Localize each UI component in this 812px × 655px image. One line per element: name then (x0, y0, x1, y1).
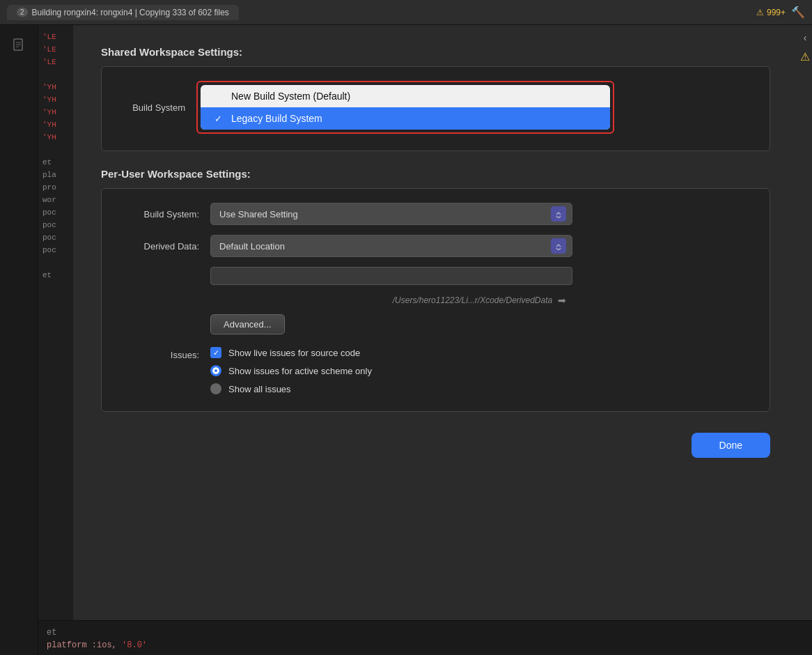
all-issues-option[interactable]: Show all issues (210, 383, 372, 394)
code-line: 'LE (42, 56, 69, 68)
dropdown-menu: New Build System (Default) ✓ Legacy Buil… (201, 85, 610, 130)
code-area: 'LE 'LE 'LE 'YH 'YH 'YH 'YH 'YH et pla p… (38, 25, 73, 655)
code-line: 'YH (42, 93, 69, 106)
hammer-icon: 🔨 (791, 6, 805, 19)
code-line: poc (42, 244, 69, 256)
build-tab[interactable]: 2 Building rongxin4: rongxin4 | Copying … (7, 5, 239, 20)
path-arrow-icon[interactable]: ➡ (558, 295, 566, 306)
code-line: 'YH (42, 131, 69, 144)
code-line: 'YH (42, 118, 69, 131)
derived-data-select[interactable]: Default Location (210, 235, 572, 257)
dropdown-option-new: New Build System (Default) (231, 91, 350, 102)
sidebar-doc-icon[interactable] (0, 32, 38, 57)
settings-panel: Shared Workspace Settings: Build System … (73, 25, 798, 655)
per-user-build-value: Use Shared Setting (219, 209, 298, 219)
top-bar: 2 Building rongxin4: rongxin4 | Copying … (0, 0, 812, 25)
derived-data-label: Derived Data: (116, 241, 199, 252)
issues-section: Issues: ✓ Show live issues for source co… (116, 347, 756, 394)
active-scheme-label: Show issues for active scheme only (228, 366, 372, 376)
active-scheme-option[interactable]: Show issues for active scheme only (210, 365, 372, 376)
shared-settings-title: Shared Workspace Settings: (101, 46, 770, 58)
warning-count: 999+ (767, 8, 786, 17)
dropdown-item-new[interactable]: New Build System (Default) (201, 85, 610, 107)
derived-data-row: Derived Data: Default Location (116, 235, 756, 257)
custom-path-row (116, 267, 756, 291)
main-layout: 'LE 'LE 'LE 'YH 'YH 'YH 'YH 'YH et pla p… (0, 25, 812, 655)
build-system-row: Build System New Build System (Default) … (116, 81, 756, 134)
warning-indicator: ⚠ 999+ (756, 8, 786, 17)
custom-path-input[interactable] (210, 267, 572, 285)
per-user-build-label: Build System: (116, 209, 199, 219)
done-button[interactable]: Done (692, 433, 770, 458)
build-system-dropdown-container[interactable]: New Build System (Default) ✓ Legacy Buil… (196, 81, 614, 134)
code-line: 'YH (42, 81, 69, 93)
code-line (42, 256, 69, 269)
active-scheme-radio[interactable] (210, 365, 221, 376)
bottom-code-platform: platform :ios, '8.0' (47, 640, 147, 650)
tab-badge: 2 (17, 8, 28, 17)
warning-icon: ⚠ (756, 8, 764, 17)
code-line: poc (42, 206, 69, 219)
code-line: wor (42, 194, 69, 206)
derived-data-path: /Users/hero11223/Li...r/Xcode/DerivedDat… (393, 295, 552, 305)
per-user-build-row: Build System: Use Shared Setting (116, 203, 756, 225)
per-user-build-select[interactable]: Use Shared Setting (210, 203, 572, 225)
per-user-workspace-box: Build System: Use Shared Setting Derived… (101, 188, 770, 412)
issues-label: Issues: (116, 347, 199, 360)
live-issues-label: Show live issues for source code (228, 348, 360, 358)
code-line: et (42, 156, 69, 169)
code-line: pro (42, 181, 69, 194)
bottom-code-bar: et platform :ios, '8.0' (38, 620, 812, 655)
derived-data-path-row: /Users/hero11223/Li...r/Xcode/DerivedDat… (116, 295, 756, 306)
code-line (42, 68, 69, 81)
left-sidebar (0, 25, 38, 655)
code-line (42, 144, 69, 156)
code-line: 'LE (42, 31, 69, 43)
code-line: 'YH (42, 106, 69, 118)
shared-workspace-box: Build System New Build System (Default) … (101, 66, 770, 151)
tab-title: Building rongxin4: rongxin4 | Copying 33… (32, 8, 229, 17)
checkmark-selected: ✓ (214, 114, 226, 124)
issues-options: ✓ Show live issues for source code Show … (210, 347, 372, 394)
all-issues-label: Show all issues (228, 384, 291, 394)
code-line: poc (42, 219, 69, 231)
bottom-code-et: et (47, 628, 56, 638)
dropdown-item-legacy[interactable]: ✓ Legacy Build System (201, 107, 610, 130)
right-warning-icon: ⚠ (800, 50, 810, 63)
all-issues-radio[interactable] (210, 383, 221, 394)
dropdown-option-legacy: Legacy Build System (231, 113, 322, 124)
code-line: poc (42, 231, 69, 244)
code-line: 'LE (42, 43, 69, 56)
derived-chevron-icon (551, 238, 566, 254)
per-user-settings-title: Per-User Workspace Settings: (101, 168, 770, 180)
derived-data-value: Default Location (219, 241, 285, 252)
collapse-arrow-icon[interactable]: ‹ (804, 32, 807, 43)
right-panel-collapse: ‹ ⚠ (798, 25, 812, 655)
chevron-up-down-icon (551, 206, 566, 222)
build-system-label: Build System (116, 102, 185, 113)
live-issues-option[interactable]: ✓ Show live issues for source code (210, 347, 372, 358)
done-button-row: Done (101, 433, 770, 458)
code-line: et (42, 269, 69, 282)
live-issues-checkbox[interactable]: ✓ (210, 347, 221, 358)
code-line: pla (42, 169, 69, 181)
advanced-button[interactable]: Advanced... (210, 314, 285, 334)
